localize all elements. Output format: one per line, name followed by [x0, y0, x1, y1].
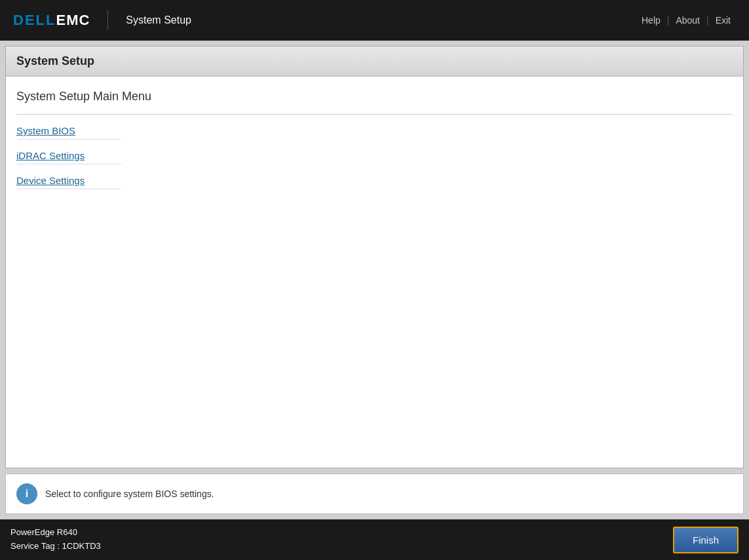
info-box: i Select to configure system BIOS settin… — [5, 474, 744, 514]
info-icon: i — [16, 483, 37, 504]
nav-sep-2: | — [706, 15, 709, 26]
main-area: System Setup System Setup Main Menu Syst… — [0, 41, 749, 519]
menu-item-device-settings[interactable]: Device Settings — [16, 175, 121, 189]
app-title: System Setup — [126, 14, 191, 26]
dell-brand: DELL — [13, 12, 56, 28]
content-panel: System Setup System Setup Main Menu Syst… — [5, 46, 744, 468]
menu-title: System Setup Main Menu — [16, 90, 733, 103]
logo-separator — [107, 10, 108, 30]
nav-links: Help | About | Exit — [636, 15, 736, 26]
finish-button[interactable]: Finish — [673, 527, 739, 553]
panel-header: System Setup — [6, 47, 743, 77]
menu-item-idrac-settings[interactable]: iDRAC Settings — [16, 150, 121, 164]
panel-body: System Setup Main Menu System BIOS iDRAC… — [6, 77, 743, 468]
device-info: PowerEdge R640 Service Tag : 1CDKTD3 — [10, 526, 101, 553]
help-link[interactable]: Help — [636, 15, 666, 26]
device-name: PowerEdge R640 — [10, 526, 101, 540]
exit-link[interactable]: Exit — [710, 15, 736, 26]
about-link[interactable]: About — [670, 15, 705, 26]
emc-brand: EMC — [56, 12, 90, 28]
logo-area: DELLEMC System Setup — [13, 10, 191, 30]
nav-sep-1: | — [667, 15, 670, 26]
panel-header-title: System Setup — [16, 54, 733, 68]
service-tag: Service Tag : 1CDKTD3 — [10, 540, 101, 553]
menu-item-system-bios[interactable]: System BIOS — [16, 125, 121, 140]
info-icon-letter: i — [26, 488, 28, 500]
top-navigation-bar: DELLEMC System Setup Help | About | Exit — [0, 0, 749, 41]
status-bar: PowerEdge R640 Service Tag : 1CDKTD3 Fin… — [0, 519, 749, 560]
dell-emc-logo: DELLEMC — [13, 12, 90, 29]
menu-divider — [16, 114, 733, 115]
info-text: Select to configure system BIOS settings… — [45, 489, 214, 499]
